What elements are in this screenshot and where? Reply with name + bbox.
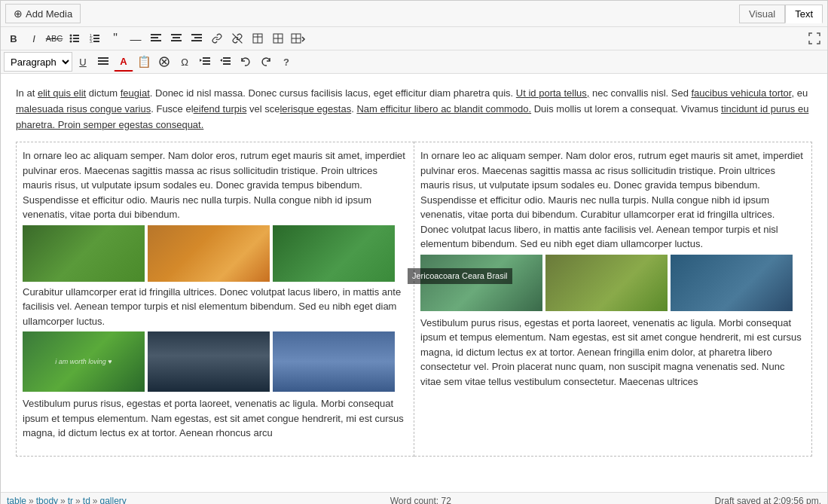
bold-button[interactable]: B	[4, 29, 23, 48]
italic-button[interactable]: I	[24, 29, 44, 48]
svg-rect-12	[151, 34, 161, 35]
svg-rect-20	[191, 40, 202, 41]
redo-button[interactable]	[256, 52, 276, 72]
image-food	[148, 225, 270, 282]
svg-rect-17	[171, 40, 182, 41]
word-count-value: 72	[441, 496, 451, 504]
svg-rect-9	[93, 38, 99, 39]
svg-rect-39	[203, 63, 210, 65]
svg-rect-33	[98, 63, 108, 65]
fullscreen-button[interactable]	[805, 29, 824, 48]
svg-rect-15	[171, 34, 182, 35]
image-street	[148, 331, 270, 392]
strikethrough-button[interactable]: ABC	[44, 29, 64, 48]
clear-format-button[interactable]	[154, 52, 174, 72]
content-table: In ornare leo ac aliquam semper. Nam dol…	[16, 142, 812, 457]
image-right-1	[420, 255, 542, 311]
tab-text[interactable]: Text	[785, 5, 823, 23]
image-right-2	[545, 255, 668, 311]
hr-button[interactable]: —	[126, 29, 145, 48]
image-green	[23, 225, 145, 282]
justify-button[interactable]	[93, 52, 113, 72]
image-sky	[273, 331, 395, 392]
undo-button[interactable]	[236, 52, 255, 72]
svg-rect-5	[73, 41, 79, 42]
indent-button[interactable]	[195, 52, 215, 72]
add-media-label: Add Media	[26, 8, 72, 20]
svg-point-0	[70, 35, 72, 37]
table-cell-right[interactable]: In ornare leo ac aliquam semper. Nam dol…	[414, 142, 812, 457]
status-bar: table » tbody » tr » td » gallery Word c…	[1, 492, 827, 504]
toolbar-row-1: B I ABC 1.2.3. " —	[1, 27, 827, 50]
breadcrumb-table[interactable]: table	[7, 496, 26, 504]
gallery-block-left: i am worth loving ♥	[23, 331, 408, 392]
svg-point-2	[70, 38, 72, 40]
ordered-list-button[interactable]: 1.2.3.	[85, 29, 105, 48]
insert-table-button[interactable]	[248, 29, 267, 48]
align-left-button[interactable]	[146, 29, 166, 48]
editor-content[interactable]: In at elit quis elit dictum feugiat. Don…	[1, 74, 827, 492]
underline-button[interactable]: U	[73, 52, 93, 72]
svg-marker-40	[200, 59, 202, 62]
svg-marker-44	[220, 59, 222, 62]
align-center-button[interactable]	[167, 29, 186, 48]
breadcrumb-td[interactable]: td	[83, 496, 90, 504]
tab-visual[interactable]: Visual	[739, 5, 785, 23]
content-paragraph: In at elit quis elit dictum feugiat. Don…	[16, 86, 812, 133]
paste-text-button[interactable]: 📋	[134, 52, 154, 72]
paragraph-select[interactable]: Paragraph Heading 1 Heading 2 Heading 3 …	[4, 52, 72, 72]
svg-point-4	[70, 41, 72, 43]
add-media-button[interactable]: ⊕ Add Media	[5, 4, 81, 23]
svg-rect-3	[73, 38, 79, 39]
word-count-label: Word count:	[390, 496, 438, 504]
unlink-button[interactable]	[228, 29, 247, 48]
svg-rect-16	[173, 37, 180, 38]
editor-tabs: Visual Text	[739, 5, 823, 23]
svg-rect-38	[203, 60, 210, 62]
breadcrumb-gallery[interactable]: gallery	[100, 496, 127, 504]
svg-rect-37	[203, 57, 210, 59]
inline-images-right	[420, 255, 805, 311]
svg-rect-19	[194, 37, 202, 38]
unordered-list-button[interactable]	[65, 29, 84, 48]
help-button[interactable]: ?	[277, 52, 296, 72]
table-controls-button[interactable]	[268, 29, 288, 48]
inline-images-left	[23, 225, 408, 282]
toolbar-row-2: Paragraph Heading 1 Heading 2 Heading 3 …	[1, 50, 827, 74]
svg-rect-1	[73, 35, 79, 36]
breadcrumb-tbody[interactable]: tbody	[36, 496, 58, 504]
image-right-3	[671, 255, 793, 311]
svg-rect-41	[223, 57, 231, 59]
svg-rect-18	[191, 34, 202, 35]
word-count-area: Word count: 72	[390, 496, 451, 504]
svg-rect-31	[98, 57, 108, 59]
svg-text:3.: 3.	[90, 39, 93, 44]
editor-wrapper: ⊕ Add Media Visual Text B I ABC 1.2.3. "…	[0, 0, 828, 504]
svg-rect-43	[223, 63, 231, 65]
image-motivational: i am worth loving ♥	[23, 331, 145, 392]
draft-saved: Draft saved at 2:09:56 pm.	[715, 496, 821, 504]
svg-rect-7	[93, 35, 99, 36]
table-row-1: In ornare leo ac aliquam semper. Nam dol…	[17, 142, 812, 457]
svg-rect-42	[223, 60, 231, 62]
svg-rect-14	[151, 40, 161, 41]
table-cell-left[interactable]: In ornare leo ac aliquam semper. Nam dol…	[17, 142, 414, 457]
blockquote-button[interactable]: "	[105, 29, 125, 48]
text-color-button[interactable]: A	[114, 52, 133, 72]
svg-rect-32	[98, 60, 108, 62]
align-right-button[interactable]	[187, 29, 206, 48]
add-media-icon: ⊕	[14, 8, 23, 20]
breadcrumb: table » tbody » tr » td » gallery	[7, 496, 127, 504]
special-char-button[interactable]: Ω	[175, 52, 194, 72]
svg-rect-11	[93, 41, 99, 42]
table-menu-button[interactable]	[289, 29, 308, 48]
image-green2	[273, 225, 395, 282]
outdent-button[interactable]	[215, 52, 235, 72]
breadcrumb-tr[interactable]: tr	[68, 496, 73, 504]
link-button[interactable]	[207, 29, 227, 48]
svg-rect-13	[151, 37, 158, 38]
